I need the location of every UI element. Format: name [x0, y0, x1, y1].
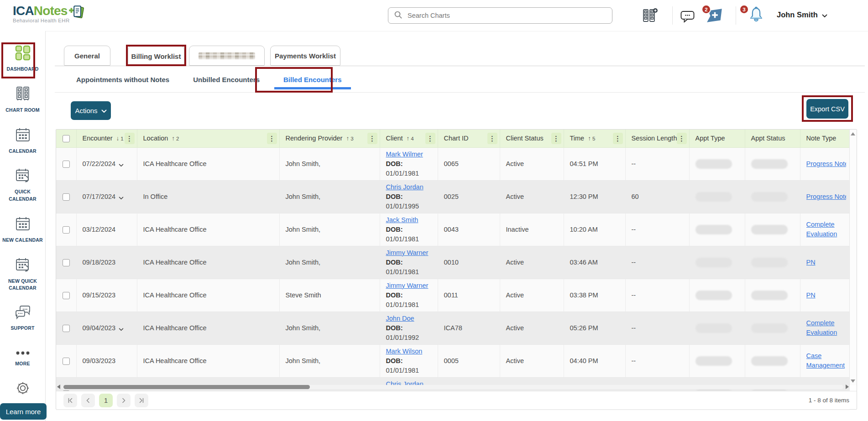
expand-row-chevron-icon[interactable] — [119, 194, 124, 201]
appt-type-cell — [689, 147, 745, 180]
column-header-chart-id[interactable]: Chart ID — [438, 130, 500, 147]
first-page-button[interactable] — [63, 394, 77, 407]
row-checkbox[interactable] — [63, 226, 70, 234]
note-type-link[interactable]: Evaluation — [806, 229, 847, 239]
row-checkbox[interactable] — [63, 161, 70, 168]
search-input[interactable] — [407, 11, 607, 20]
note-type-link[interactable]: Case — [806, 351, 847, 361]
sidebar-item-dashboard[interactable]: DASHBOARD — [1, 45, 44, 73]
chart-id-cell: ICA78 — [438, 312, 500, 344]
encounter-cell: 03/12/2024 — [76, 213, 137, 246]
select-all-checkbox[interactable] — [63, 135, 70, 142]
sidebar-item-support[interactable]: SUPPORT — [1, 305, 44, 332]
expand-row-chevron-icon[interactable] — [119, 161, 124, 168]
sidebar-item-chart-room[interactable]: CHART ROOM — [1, 86, 44, 114]
column-menu-button[interactable] — [487, 133, 497, 144]
column-menu-button[interactable] — [425, 133, 435, 144]
chart-room-add-icon[interactable] — [642, 8, 658, 26]
horizontal-scrollbar[interactable] — [56, 384, 850, 390]
scroll-left-arrow-icon[interactable] — [57, 385, 60, 389]
column-header-location[interactable]: Location↑2 — [137, 130, 279, 147]
sidebar-item-new-quick-calendar[interactable]: NEW QUICK CALENDAR — [1, 257, 44, 292]
client-name-link[interactable]: Jack Smith — [386, 216, 418, 223]
client-name-link[interactable]: Mark Wilson — [386, 348, 423, 355]
export-csv-button[interactable]: Export CSV — [806, 99, 848, 119]
appt-status-redacted-value — [751, 192, 788, 202]
sidebar-item-quick-calendar[interactable]: QUICK CALENDAR — [1, 167, 44, 203]
tab-general[interactable]: General — [64, 46, 110, 66]
next-page-button[interactable] — [117, 394, 131, 407]
client-name-link[interactable]: Jimmy Warner — [386, 282, 429, 289]
column-header-rendering-provider[interactable]: Rendering Provider↑3 — [279, 130, 380, 147]
client-dob: DOB: 01/01/1981 — [386, 291, 434, 310]
column-menu-button[interactable] — [613, 133, 623, 144]
note-type-link[interactable]: Complete — [806, 220, 847, 229]
tab-billing-worklist[interactable]: Billing Worklist — [128, 46, 184, 67]
scrollbar-thumb[interactable] — [63, 385, 310, 389]
column-menu-button[interactable] — [267, 133, 277, 144]
select-all-header[interactable] — [56, 130, 76, 147]
tab-redacted[interactable] — [189, 46, 265, 66]
column-header-note-type[interactable]: Note Type — [800, 130, 850, 147]
note-type-cell: PN — [800, 279, 850, 312]
appt-type-cell — [689, 344, 745, 377]
client-name-link[interactable]: John Doe — [386, 315, 414, 322]
column-header-encounter[interactable]: Encounter↓1 — [76, 130, 137, 147]
sort-indicator: ↑5 — [588, 135, 595, 142]
messages-icon[interactable] — [680, 10, 695, 25]
user-menu[interactable]: John Smith — [777, 10, 827, 20]
column-header-time[interactable]: Time↑5 — [564, 130, 625, 147]
sidebar-item-new-calendar[interactable]: NEW CALENDAR — [1, 216, 44, 244]
actions-button[interactable]: Actions — [71, 101, 111, 120]
time-cell: 10:20 AM — [564, 213, 625, 246]
column-header-appt-status[interactable]: Appt Status — [745, 130, 800, 147]
scroll-down-arrow-icon[interactable] — [851, 379, 855, 383]
tab-payments-worklist[interactable]: Payments Worklist — [270, 46, 340, 66]
row-checkbox[interactable] — [63, 292, 70, 299]
client-cell: Mark WilmerDOB: 01/01/1981 — [380, 147, 438, 180]
chart-id-cell: 0025 — [438, 180, 500, 213]
note-type-link[interactable]: Evaluation — [806, 328, 847, 338]
note-type-link[interactable]: Management — [806, 361, 847, 370]
last-page-button[interactable] — [135, 394, 148, 407]
note-type-link[interactable]: Progress Note — [806, 159, 847, 169]
prev-page-button[interactable] — [81, 394, 95, 407]
sidebar-item-calendar[interactable]: CALENDAR — [1, 127, 44, 155]
subtab-billed-encounters[interactable]: Billed Encounters — [282, 76, 343, 83]
column-label: Encounter — [83, 135, 113, 142]
appt-type-redacted-value — [695, 356, 732, 366]
column-header-client[interactable]: Client↑4 — [380, 130, 438, 147]
subtab-unbilled-encounters[interactable]: Unbilled Encounters — [192, 76, 261, 83]
column-header-appt-type[interactable]: Appt Type — [689, 130, 745, 147]
note-type-link[interactable]: PN — [806, 258, 847, 267]
scroll-right-arrow-icon[interactable] — [846, 385, 849, 389]
page-1-button[interactable]: 1 — [99, 394, 113, 407]
note-type-link[interactable]: Progress Note — [806, 192, 847, 202]
row-checkbox[interactable] — [63, 358, 70, 365]
note-type-link[interactable]: Complete — [806, 318, 847, 328]
appt-status-cell — [745, 147, 800, 180]
sidebar-item-settings[interactable] — [1, 380, 44, 398]
column-menu-button[interactable] — [551, 133, 561, 144]
row-checkbox[interactable] — [63, 193, 70, 201]
column-menu-button[interactable] — [677, 133, 687, 144]
scroll-up-arrow-icon[interactable] — [851, 132, 855, 135]
row-checkbox[interactable] — [63, 325, 70, 332]
expand-row-chevron-icon[interactable] — [119, 325, 124, 333]
search-charts-box[interactable] — [388, 7, 612, 24]
column-header-client-status[interactable]: Client Status — [500, 130, 564, 147]
column-menu-button[interactable] — [367, 133, 377, 144]
column-menu-button[interactable] — [125, 133, 135, 144]
vertical-scrollbar[interactable] — [849, 130, 857, 385]
row-checkbox[interactable] — [63, 259, 70, 266]
sidebar-item-more[interactable]: MORE — [1, 345, 44, 368]
notifications-bell-icon[interactable] — [747, 6, 765, 26]
client-name-link[interactable]: Mark Wilmer — [386, 151, 423, 158]
client-name-link[interactable]: Jimmy Warner — [386, 249, 429, 256]
client-name-link[interactable]: Chris Jordan — [386, 183, 424, 191]
note-type-link[interactable]: PN — [806, 291, 847, 300]
appt-status-cell — [745, 344, 800, 377]
learn-more-button[interactable]: Learn more — [0, 403, 47, 420]
column-header-session-length[interactable]: Session Length — [625, 130, 689, 147]
subtab-appointments-without-notes[interactable]: Appointments without Notes — [75, 76, 170, 83]
